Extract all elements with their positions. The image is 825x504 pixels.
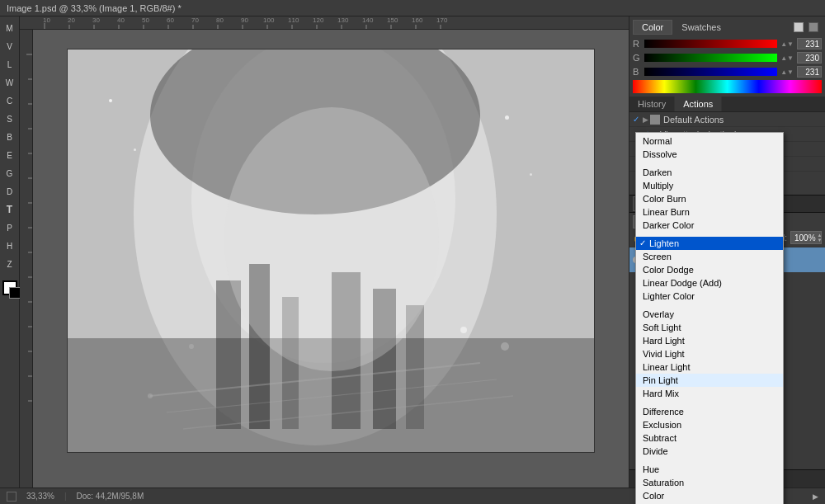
blend-lighter-color[interactable]: Lighter Color — [636, 290, 783, 303]
tool-stamp[interactable]: S — [2, 111, 18, 127]
blend-linear-burn[interactable]: Linear Burn — [636, 205, 783, 219]
fill-input-wrapper[interactable]: 100% ▲ ▼ — [790, 231, 822, 244]
blend-linear-dodge[interactable]: Linear Dodge (Add) — [636, 276, 783, 290]
svg-text:170: 170 — [436, 16, 448, 24]
svg-text:40: 40 — [117, 16, 125, 24]
blend-linear-light[interactable]: Linear Light — [636, 360, 783, 374]
svg-text:80: 80 — [216, 16, 224, 24]
blend-subtract[interactable]: Subtract — [636, 431, 783, 445]
title-bar: Image 1.psd @ 33,3% (Image 1, RGB/8#) * — [0, 0, 825, 16]
blend-color[interactable]: Color — [636, 489, 783, 502]
tool-brush[interactable]: B — [2, 129, 18, 145]
blend-hue[interactable]: Hue — [636, 463, 783, 476]
blend-mode-popup[interactable]: Normal Dissolve Darken Multiply Color Bu… — [635, 132, 784, 504]
b-value-input[interactable] — [797, 66, 822, 78]
color-spectrum-bar[interactable] — [633, 80, 822, 93]
svg-text:120: 120 — [313, 16, 324, 24]
color-tabs: Color Swatches — [633, 20, 822, 35]
g-value-input[interactable] — [797, 52, 822, 64]
g-channel-row: G ▲ ▼ — [633, 52, 822, 64]
tool-gradient[interactable]: G — [2, 165, 18, 181]
svg-text:90: 90 — [241, 16, 248, 24]
ruler-vertical — [20, 30, 33, 488]
blend-difference[interactable]: Difference — [636, 405, 783, 418]
ruler-horizontal: 10 20 30 40 50 60 70 80 — [20, 16, 629, 30]
tool-select[interactable]: V — [2, 38, 18, 54]
svg-text:160: 160 — [412, 16, 423, 24]
r-slider[interactable] — [644, 40, 777, 48]
bg-color-swatch[interactable] — [808, 22, 818, 32]
svg-text:140: 140 — [362, 16, 374, 24]
blend-normal[interactable]: Normal — [636, 134, 783, 148]
tab-actions[interactable]: Actions — [675, 97, 722, 111]
blend-soft-light[interactable]: Soft Light — [636, 321, 783, 334]
blend-overlay[interactable]: Overlay — [636, 308, 783, 321]
blend-dissolve[interactable]: Dissolve — [636, 148, 783, 161]
r-down-arrow[interactable]: ▼ — [787, 40, 794, 48]
tool-lasso[interactable]: L — [2, 56, 18, 73]
fill-value: 100% — [794, 233, 816, 243]
svg-text:150: 150 — [387, 16, 398, 24]
svg-rect-35 — [20, 30, 33, 488]
fill-down[interactable]: ▼ — [818, 238, 823, 243]
blend-hard-light[interactable]: Hard Light — [636, 334, 783, 347]
svg-text:100: 100 — [263, 16, 275, 24]
tab-color[interactable]: Color — [633, 20, 672, 35]
svg-text:10: 10 — [43, 16, 50, 24]
b-slider[interactable] — [644, 68, 777, 76]
blend-exclusion[interactable]: Exclusion — [636, 418, 783, 431]
blend-pin-light[interactable]: Pin Light — [636, 374, 783, 387]
fill-arrows: ▲ ▼ — [818, 233, 823, 243]
blend-darken[interactable]: Darken — [636, 166, 783, 179]
b-channel-row: B ▲ ▼ — [633, 66, 822, 78]
action-default[interactable]: ✓ ▶ Default Actions — [629, 112, 825, 127]
blend-color-dodge[interactable]: Color Dodge — [636, 263, 783, 276]
svg-rect-0 — [20, 16, 629, 30]
blend-screen[interactable]: Screen — [636, 250, 783, 263]
check-default: ✓ — [633, 115, 643, 124]
tool-zoom[interactable]: Z — [2, 256, 18, 272]
blend-multiply[interactable]: Multiply — [636, 179, 783, 192]
tool-pen[interactable]: P — [2, 219, 18, 236]
b-down-arrow[interactable]: ▼ — [787, 68, 794, 76]
blend-lighten[interactable]: Lighten — [636, 237, 783, 250]
tool-hand[interactable]: H — [2, 238, 18, 254]
blend-vivid-light[interactable]: Vivid Light — [636, 347, 783, 360]
fg-color-swatch[interactable] — [794, 22, 804, 32]
canvas-viewport[interactable] — [33, 30, 629, 471]
canvas-photo — [67, 49, 595, 453]
status-menu-btn[interactable] — [7, 492, 16, 502]
svg-text:60: 60 — [167, 16, 174, 24]
blend-hard-mix[interactable]: Hard Mix — [636, 387, 783, 400]
tool-crop[interactable]: C — [2, 92, 18, 109]
tool-dodge[interactable]: D — [2, 183, 18, 200]
tool-move[interactable]: M — [2, 20, 18, 36]
tab-swatches[interactable]: Swatches — [672, 20, 730, 35]
tab-history[interactable]: History — [629, 97, 675, 111]
svg-text:130: 130 — [337, 16, 349, 24]
svg-text:20: 20 — [68, 16, 75, 24]
tool-type[interactable]: T — [2, 201, 18, 218]
g-down-arrow[interactable]: ▼ — [787, 54, 794, 62]
title-text: Image 1.psd @ 33,3% (Image 1, RGB/8#) * — [7, 3, 182, 13]
tool-eraser[interactable]: E — [2, 147, 18, 163]
tool-wand[interactable]: W — [2, 74, 18, 91]
blend-color-burn[interactable]: Color Burn — [636, 192, 783, 205]
doc-info: Doc: 44,2M/95,8M — [77, 492, 144, 501]
blend-darker-color[interactable]: Darker Color — [636, 219, 783, 232]
svg-point-65 — [460, 327, 467, 333]
svg-text:70: 70 — [191, 16, 199, 24]
action-icon-default — [650, 115, 660, 125]
r-label: R — [633, 39, 641, 49]
g-up-arrow[interactable]: ▲ — [780, 54, 787, 62]
b-up-arrow[interactable]: ▲ — [780, 68, 787, 76]
r-value-input[interactable] — [797, 38, 822, 49]
zoom-level: 33,33% — [26, 492, 54, 501]
r-up-arrow[interactable]: ▲ — [780, 40, 787, 48]
scroll-right[interactable]: ▶ — [813, 492, 818, 501]
g-slider[interactable] — [644, 54, 777, 62]
blend-saturation[interactable]: Saturation — [636, 476, 783, 489]
foreground-color[interactable] — [2, 280, 17, 295]
blend-divide[interactable]: Divide — [636, 445, 783, 458]
color-section: Color Swatches R ▲ ▼ G — [629, 16, 825, 97]
